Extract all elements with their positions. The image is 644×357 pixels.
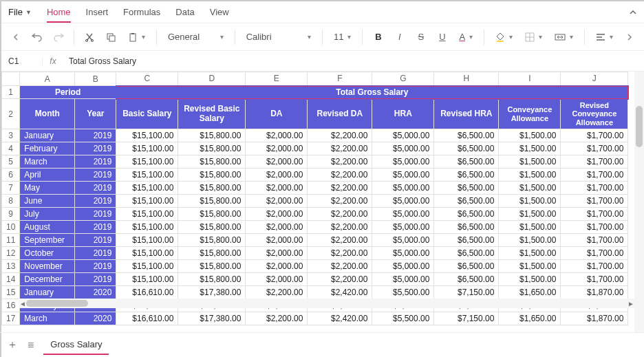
cell[interactable]: $15,100.00	[116, 195, 178, 208]
cell[interactable]: $5,000.00	[372, 260, 434, 273]
cell[interactable]: $6,500.00	[434, 234, 499, 247]
align-button[interactable]: ▾	[592, 33, 617, 41]
cell[interactable]: $2,000.00	[246, 155, 308, 169]
cell[interactable]: $1,500.00	[499, 169, 561, 182]
cell[interactable]: $5,000.00	[372, 273, 434, 286]
cell[interactable]: $1,500.00	[499, 142, 561, 155]
cell[interactable]: October	[20, 247, 75, 260]
spreadsheet-grid[interactable]: ABCDEFGHIJ1PeriodTotal Gross Salary2Mont…	[1, 72, 629, 325]
row-header-4[interactable]: 4	[2, 142, 20, 155]
cell[interactable]: $5,500.00	[372, 286, 434, 299]
cell[interactable]: $2,200.00	[246, 312, 308, 325]
cell[interactable]: $1,700.00	[561, 208, 628, 221]
cell[interactable]: 2019	[75, 182, 116, 195]
cell[interactable]: $1,500.00	[499, 247, 561, 260]
cell[interactable]: $1,700.00	[561, 234, 628, 247]
cell[interactable]: $2,200.00	[308, 234, 372, 247]
cell[interactable]: $2,000.00	[246, 273, 308, 286]
redo-button[interactable]	[50, 28, 67, 46]
cell[interactable]: $5,000.00	[372, 155, 434, 169]
cell[interactable]: $2,200.00	[308, 129, 372, 142]
row-header-10[interactable]: 10	[2, 221, 20, 234]
cell[interactable]: $6,500.00	[434, 260, 499, 273]
cell-period-title[interactable]: Period	[20, 86, 116, 99]
table-header[interactable]: Year	[75, 99, 116, 129]
strike-button[interactable]: S	[412, 28, 429, 46]
cell[interactable]: $1,500.00	[499, 260, 561, 273]
horizontal-scrollbar[interactable]: ◄ ►	[19, 299, 634, 308]
cell[interactable]: $6,500.00	[434, 221, 499, 234]
cell[interactable]: $5,000.00	[372, 129, 434, 142]
bold-button[interactable]: B	[369, 28, 387, 46]
cell[interactable]: 2019	[75, 221, 116, 234]
cell[interactable]: $1,650.00	[499, 312, 561, 325]
menu-insert[interactable]: Insert	[86, 7, 109, 17]
cell[interactable]: 2019	[75, 234, 116, 247]
cell[interactable]: $16,610.00	[116, 286, 178, 299]
cell[interactable]: $2,200.00	[308, 208, 372, 221]
formula-input[interactable]: Total Gross Salary	[63, 56, 644, 66]
cell[interactable]: $2,000.00	[246, 208, 308, 221]
paste-button[interactable]: ▾	[124, 32, 149, 42]
cell[interactable]: 2019	[75, 260, 116, 273]
cell[interactable]: $6,500.00	[434, 142, 499, 155]
hscroll-right-icon[interactable]: ►	[626, 299, 636, 308]
row-header-13[interactable]: 13	[2, 260, 20, 273]
cell[interactable]: $2,200.00	[308, 169, 372, 182]
copy-button[interactable]	[103, 28, 120, 46]
cell[interactable]: $7,150.00	[434, 312, 499, 325]
cell[interactable]: $15,100.00	[116, 208, 178, 221]
cell[interactable]: May	[20, 182, 75, 195]
cell[interactable]: $2,000.00	[246, 182, 308, 195]
cell[interactable]: $16,610.00	[116, 312, 178, 325]
cell[interactable]: $1,500.00	[499, 221, 561, 234]
cell[interactable]: August	[20, 221, 75, 234]
sheet-tab[interactable]: Gross Salary	[43, 335, 109, 355]
cell[interactable]: $15,800.00	[178, 247, 246, 260]
cell[interactable]: $1,700.00	[561, 142, 628, 155]
row-header-5[interactable]: 5	[2, 155, 20, 169]
cell[interactable]: November	[20, 260, 75, 273]
cell[interactable]: $2,420.00	[308, 312, 372, 325]
cell[interactable]: 2019	[75, 155, 116, 169]
font-size-select[interactable]: 11▾	[330, 32, 355, 42]
cell[interactable]: $6,500.00	[434, 195, 499, 208]
cell[interactable]: $5,000.00	[372, 247, 434, 260]
cell[interactable]: $6,500.00	[434, 247, 499, 260]
cell[interactable]: $1,500.00	[499, 195, 561, 208]
menu-home[interactable]: Home	[47, 7, 71, 23]
italic-button[interactable]: I	[391, 28, 408, 46]
menu-view[interactable]: View	[210, 7, 229, 17]
cell[interactable]: $15,100.00	[116, 155, 178, 169]
cell[interactable]: January	[20, 129, 75, 142]
cell[interactable]: 2019	[75, 273, 116, 286]
cell[interactable]: $2,200.00	[246, 286, 308, 299]
cell[interactable]: $15,800.00	[178, 142, 246, 155]
cell[interactable]: $6,500.00	[434, 129, 499, 142]
menu-formulas[interactable]: Formulas	[123, 7, 160, 17]
row-header-2[interactable]: 2	[2, 99, 20, 129]
cell[interactable]: $1,700.00	[561, 247, 628, 260]
vertical-scroll-thumb[interactable]	[636, 106, 643, 147]
cell[interactable]: April	[20, 169, 75, 182]
cell[interactable]: $2,000.00	[246, 169, 308, 182]
cell[interactable]: $15,100.00	[116, 169, 178, 182]
table-header[interactable]: HRA	[372, 99, 434, 129]
cell[interactable]: $5,000.00	[372, 208, 434, 221]
underline-button[interactable]: U	[433, 28, 451, 46]
cell[interactable]: $1,500.00	[499, 208, 561, 221]
cell[interactable]: $1,500.00	[499, 155, 561, 169]
cell[interactable]: $2,200.00	[308, 142, 372, 155]
cell[interactable]: $1,870.00	[561, 286, 628, 299]
collapse-ribbon-icon[interactable]	[629, 8, 637, 17]
cell[interactable]: $15,100.00	[116, 234, 178, 247]
row-header-15[interactable]: 15	[2, 286, 20, 299]
table-header[interactable]: Month	[20, 99, 75, 129]
cell[interactable]: $15,800.00	[178, 208, 246, 221]
cell[interactable]: $2,200.00	[308, 221, 372, 234]
col-header-C[interactable]: C	[116, 72, 178, 86]
cell[interactable]: 2019	[75, 195, 116, 208]
cell[interactable]: February	[20, 142, 75, 155]
cell[interactable]: $6,500.00	[434, 273, 499, 286]
table-header[interactable]: Revised HRA	[434, 99, 499, 129]
